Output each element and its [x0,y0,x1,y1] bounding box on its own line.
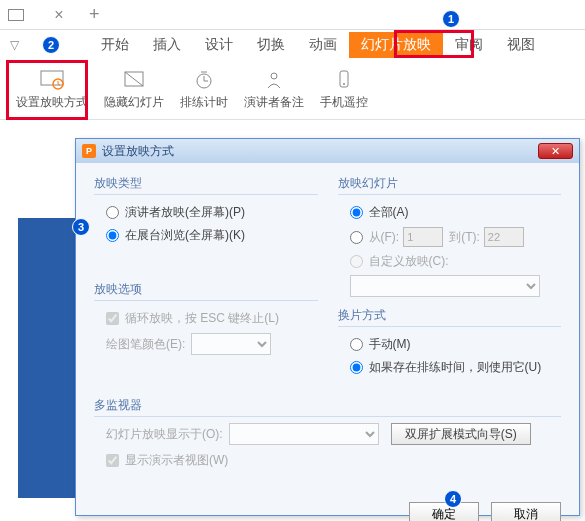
radio-all-slides[interactable]: 全部(A) [338,201,562,224]
ribbon-bar: 设置放映方式 隐藏幻灯片 排练计时 演讲者备注 手机遥控 [0,60,585,120]
radio-presenter[interactable]: 演讲者放映(全屏幕)(P) [94,201,318,224]
from-input[interactable] [403,227,443,247]
setup-show-icon [40,68,64,92]
group-slides: 放映幻灯片 [338,175,562,195]
phone-remote-label: 手机遥控 [320,94,368,111]
rehearse-icon [192,68,216,92]
setup-show-button[interactable]: 设置放映方式 [8,64,96,115]
annotation-badge-2: 2 [42,36,60,54]
group-multimonitor: 多监视器 [94,397,561,417]
radio-all-label: 全部(A) [369,204,409,221]
window-tabbar: × + [0,0,585,30]
dialog-title-text: 设置放映方式 [102,143,174,160]
radio-kiosk-label: 在展台浏览(全屏幕)(K) [125,227,245,244]
tab-insert[interactable]: 插入 [141,32,193,58]
dialog-close-button[interactable]: ✕ [538,143,573,159]
tab-close-icon[interactable]: × [49,6,69,24]
group-advance: 换片方式 [338,307,562,327]
tab-view[interactable]: 视图 [495,32,547,58]
pen-color-row: 绘图笔颜色(E): [94,330,318,358]
radio-use-timing[interactable]: 如果存在排练时间，则使用它(U) [338,356,562,379]
to-input[interactable] [484,227,524,247]
check-loop-label: 循环放映，按 ESC 键终止(L) [125,310,279,327]
custom-show-select [350,275,540,297]
annotation-badge-3: 3 [72,218,90,236]
tab-transition[interactable]: 切换 [245,32,297,58]
app-p-icon: P [82,144,96,158]
svg-point-8 [271,73,277,79]
group-options: 放映选项 [94,281,318,301]
setup-show-dialog: P 设置放映方式 ✕ 放映类型 演讲者放映(全屏幕)(P) 在展台浏览(全屏幕)… [75,138,580,516]
svg-point-10 [343,83,345,85]
document-tab-icon [8,9,24,21]
hide-slide-button[interactable]: 隐藏幻灯片 [96,64,172,115]
setup-show-label: 设置放映方式 [16,94,88,111]
display-on-label: 幻灯片放映显示于(O): [106,426,223,443]
phone-remote-button[interactable]: 手机遥控 [312,64,376,115]
dialog-footer: 确定 取消 [76,494,579,521]
slide-panel-background [18,218,78,498]
ribbon-tabstrip: ▽ 开始 插入 设计 切换 动画 幻灯片放映 审阅 视图 [0,30,585,60]
dialog-titlebar: P 设置放映方式 ✕ [76,139,579,163]
phone-remote-icon [332,68,356,92]
presenter-notes-label: 演讲者备注 [244,94,304,111]
hide-slide-label: 隐藏幻灯片 [104,94,164,111]
hide-slide-icon [122,68,146,92]
check-loop: 循环放映，按 ESC 键终止(L) [94,307,318,330]
display-on-select [229,423,379,445]
radio-presenter-label: 演讲者放映(全屏幕)(P) [125,204,245,221]
quick-access-dropdown[interactable]: ▽ [10,38,19,52]
presenter-notes-button[interactable]: 演讲者备注 [236,64,312,115]
radio-custom-show: 自定义放映(C): [338,250,562,273]
rehearse-label: 排练计时 [180,94,228,111]
from-label: 从(F): [369,229,400,246]
pen-color-select [191,333,271,355]
presenter-notes-icon [262,68,286,92]
group-show-type: 放映类型 [94,175,318,195]
svg-line-3 [125,72,143,86]
svg-rect-0 [41,71,63,85]
ok-button[interactable]: 确定 [409,502,479,521]
radio-custom-label: 自定义放映(C): [369,253,449,270]
tab-start[interactable]: 开始 [89,32,141,58]
dual-screen-wizard-button[interactable]: 双屏扩展模式向导(S) [391,423,531,445]
rehearse-button[interactable]: 排练计时 [172,64,236,115]
annotation-badge-4: 4 [444,490,462,508]
tab-animation[interactable]: 动画 [297,32,349,58]
check-presenter-label: 显示演示者视图(W) [125,452,228,469]
to-label: 到(T): [449,229,480,246]
cancel-button[interactable]: 取消 [491,502,561,521]
new-tab-button[interactable]: + [89,4,100,25]
radio-timing-label: 如果存在排练时间，则使用它(U) [369,359,542,376]
annotation-badge-1: 1 [442,10,460,28]
radio-kiosk[interactable]: 在展台浏览(全屏幕)(K) [94,224,318,247]
tab-design[interactable]: 设计 [193,32,245,58]
tab-slideshow[interactable]: 幻灯片放映 [349,32,443,58]
radio-manual-label: 手动(M) [369,336,411,353]
check-presenter-view: 显示演示者视图(W) [94,449,561,472]
radio-from-to[interactable]: 从(F): 到(T): [338,224,562,250]
radio-manual[interactable]: 手动(M) [338,333,562,356]
dialog-body: 放映类型 演讲者放映(全屏幕)(P) 在展台浏览(全屏幕)(K) 放映选项 循环… [76,163,579,494]
tab-review[interactable]: 审阅 [443,32,495,58]
pen-color-label: 绘图笔颜色(E): [106,336,185,353]
